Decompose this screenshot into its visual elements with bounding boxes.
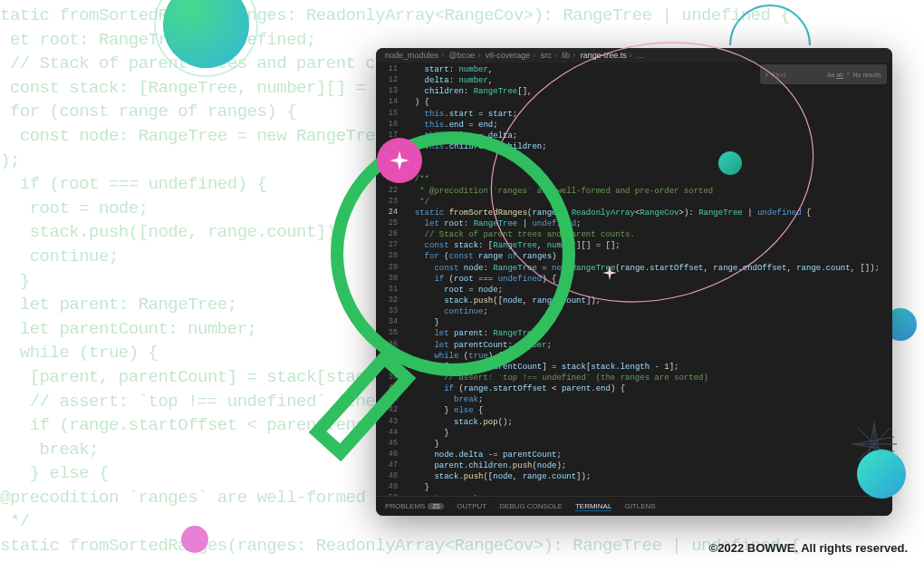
chevron-right-icon[interactable]: › bbox=[765, 71, 768, 79]
breadcrumb[interactable]: node_modules› @bcoe› v8-coverage› src› l… bbox=[376, 48, 892, 63]
line-number-gutter: 1112131415161718192021222324252627282930… bbox=[376, 63, 405, 496]
tab-output[interactable]: OUTPUT bbox=[457, 502, 486, 510]
find-input[interactable] bbox=[772, 71, 801, 79]
decorative-circle-top-left bbox=[163, 0, 249, 68]
sparkle-icon bbox=[602, 266, 617, 280]
breadcrumb-segment[interactable]: @bcoe bbox=[449, 51, 476, 60]
pink-star-badge bbox=[377, 138, 422, 183]
editor-bottom-panel: PROBLEMS23 OUTPUT DEBUG CONSOLE TERMINAL… bbox=[376, 496, 892, 516]
breadcrumb-more[interactable]: ... bbox=[637, 51, 644, 60]
tab-terminal[interactable]: TERMINAL bbox=[575, 502, 611, 511]
code-editor-window: node_modules› @bcoe› v8-coverage› src› l… bbox=[376, 48, 892, 516]
tab-debug-console[interactable]: DEBUG CONSOLE bbox=[499, 502, 563, 510]
find-bar[interactable]: › Aa ab .* No results bbox=[760, 64, 887, 84]
breadcrumb-segment[interactable]: node_modules bbox=[385, 51, 438, 60]
breadcrumb-file[interactable]: range-tree.ts bbox=[581, 51, 627, 60]
breadcrumb-segment[interactable]: lib bbox=[562, 51, 570, 60]
breadcrumb-segment[interactable]: src bbox=[541, 51, 552, 60]
decorative-circle-mid bbox=[718, 151, 742, 175]
code-content[interactable]: start: number, delta: number, children: … bbox=[405, 63, 892, 496]
decorative-circle-bottom-left bbox=[181, 526, 208, 553]
tab-gitlens[interactable]: GITLENS bbox=[624, 502, 655, 510]
find-results-text: Aa ab .* No results bbox=[827, 72, 881, 78]
copyright-notice: ©2022 BOWWE. All rights reserved. bbox=[709, 541, 908, 555]
decorative-circle-bottom-right bbox=[857, 450, 906, 499]
tab-problems[interactable]: PROBLEMS23 bbox=[385, 502, 444, 510]
breadcrumb-segment[interactable]: v8-coverage bbox=[486, 51, 531, 60]
code-body[interactable]: 1112131415161718192021222324252627282930… bbox=[376, 63, 892, 496]
